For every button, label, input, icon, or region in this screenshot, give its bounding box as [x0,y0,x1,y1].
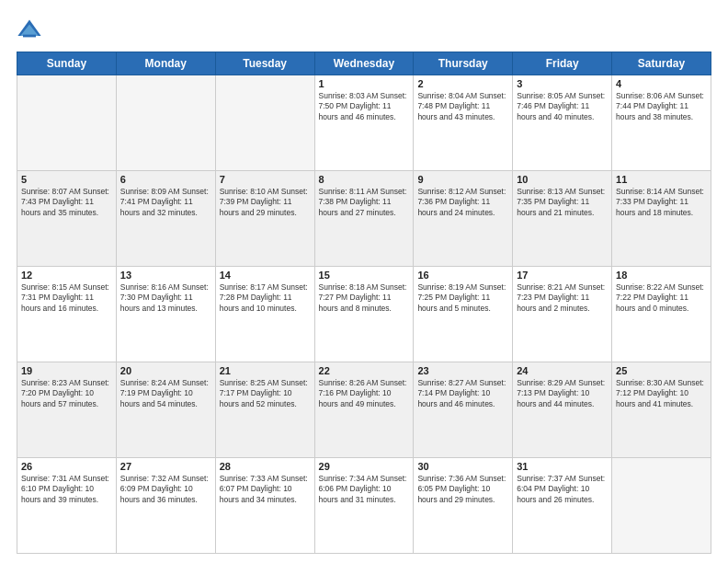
day-number: 23 [417,365,508,376]
calendar-cell: 6Sunrise: 8:09 AM Sunset: 7:41 PM Daylig… [116,171,215,267]
calendar-cell: 27Sunrise: 7:32 AM Sunset: 6:09 PM Dayli… [116,458,215,554]
day-number: 21 [220,365,311,376]
day-number: 24 [517,365,608,376]
cell-info: Sunrise: 8:14 AM Sunset: 7:33 PM Dayligh… [616,187,707,218]
cell-info: Sunrise: 8:09 AM Sunset: 7:41 PM Dayligh… [120,187,211,218]
calendar-cell: 19Sunrise: 8:23 AM Sunset: 7:20 PM Dayli… [17,362,117,458]
day-number: 12 [21,270,112,281]
day-number: 11 [616,174,707,185]
calendar-cell: 4Sunrise: 8:06 AM Sunset: 7:44 PM Daylig… [612,75,711,171]
day-number: 27 [120,461,211,472]
calendar-cell: 11Sunrise: 8:14 AM Sunset: 7:33 PM Dayli… [612,171,711,267]
calendar-cell: 30Sunrise: 7:36 AM Sunset: 6:05 PM Dayli… [414,458,513,554]
calendar-cell: 28Sunrise: 7:33 AM Sunset: 6:07 PM Dayli… [215,458,314,554]
logo [17,17,44,42]
calendar-cell [17,75,117,171]
day-number: 5 [21,174,112,185]
cell-info: Sunrise: 8:03 AM Sunset: 7:50 PM Dayligh… [319,91,410,122]
svg-rect-2 [23,35,36,38]
cell-info: Sunrise: 8:23 AM Sunset: 7:20 PM Dayligh… [21,378,112,409]
calendar-cell: 20Sunrise: 8:24 AM Sunset: 7:19 PM Dayli… [116,362,215,458]
weekday-header-tuesday: Tuesday [215,52,314,75]
calendar-cell: 18Sunrise: 8:22 AM Sunset: 7:22 PM Dayli… [612,267,711,362]
cell-info: Sunrise: 7:34 AM Sunset: 6:06 PM Dayligh… [319,474,410,505]
week-row-4: 26Sunrise: 7:31 AM Sunset: 6:10 PM Dayli… [17,458,711,554]
calendar-cell: 15Sunrise: 8:18 AM Sunset: 7:27 PM Dayli… [314,267,414,362]
day-number: 28 [220,461,311,472]
cell-info: Sunrise: 8:07 AM Sunset: 7:43 PM Dayligh… [21,187,112,218]
calendar-cell: 14Sunrise: 8:17 AM Sunset: 7:28 PM Dayli… [215,267,314,362]
calendar-cell [215,75,314,171]
day-number: 26 [21,461,112,472]
calendar-cell: 25Sunrise: 8:30 AM Sunset: 7:12 PM Dayli… [612,362,711,458]
cell-info: Sunrise: 8:21 AM Sunset: 7:23 PM Dayligh… [517,282,608,314]
calendar-cell: 26Sunrise: 7:31 AM Sunset: 6:10 PM Dayli… [17,458,117,554]
calendar-cell: 1Sunrise: 8:03 AM Sunset: 7:50 PM Daylig… [314,75,414,171]
day-number: 9 [417,174,508,185]
calendar-cell: 31Sunrise: 7:37 AM Sunset: 6:04 PM Dayli… [513,458,612,554]
cell-info: Sunrise: 8:19 AM Sunset: 7:25 PM Dayligh… [417,282,508,314]
day-number: 22 [319,365,410,376]
calendar-cell: 22Sunrise: 8:26 AM Sunset: 7:16 PM Dayli… [314,362,414,458]
cell-info: Sunrise: 8:25 AM Sunset: 7:17 PM Dayligh… [220,378,311,409]
weekday-header-sunday: Sunday [17,52,117,75]
day-number: 17 [517,270,608,281]
calendar-cell: 10Sunrise: 8:13 AM Sunset: 7:35 PM Dayli… [513,171,612,267]
week-row-2: 12Sunrise: 8:15 AM Sunset: 7:31 PM Dayli… [17,267,711,362]
calendar-cell: 2Sunrise: 8:04 AM Sunset: 7:48 PM Daylig… [414,75,513,171]
weekday-header-wednesday: Wednesday [314,52,414,75]
header [17,17,711,42]
cell-info: Sunrise: 8:12 AM Sunset: 7:36 PM Dayligh… [417,187,508,218]
cell-info: Sunrise: 7:37 AM Sunset: 6:04 PM Dayligh… [517,474,608,505]
calendar-cell: 3Sunrise: 8:05 AM Sunset: 7:46 PM Daylig… [513,75,612,171]
calendar-table: SundayMondayTuesdayWednesdayThursdayFrid… [17,52,711,554]
cell-info: Sunrise: 8:05 AM Sunset: 7:46 PM Dayligh… [517,91,608,122]
day-number: 3 [517,78,608,89]
week-row-0: 1Sunrise: 8:03 AM Sunset: 7:50 PM Daylig… [17,75,711,171]
calendar-cell: 29Sunrise: 7:34 AM Sunset: 6:06 PM Dayli… [314,458,414,554]
day-number: 1 [319,78,410,89]
weekday-header-thursday: Thursday [414,52,513,75]
calendar-cell [612,458,711,554]
cell-info: Sunrise: 8:27 AM Sunset: 7:14 PM Dayligh… [417,378,508,409]
calendar-cell: 9Sunrise: 8:12 AM Sunset: 7:36 PM Daylig… [414,171,513,267]
logo-icon [17,17,42,42]
cell-info: Sunrise: 7:33 AM Sunset: 6:07 PM Dayligh… [220,474,311,505]
calendar-cell: 5Sunrise: 8:07 AM Sunset: 7:43 PM Daylig… [17,171,117,267]
week-row-3: 19Sunrise: 8:23 AM Sunset: 7:20 PM Dayli… [17,362,711,458]
calendar-cell: 8Sunrise: 8:11 AM Sunset: 7:38 PM Daylig… [314,171,414,267]
day-number: 25 [616,365,707,376]
weekday-header-row: SundayMondayTuesdayWednesdayThursdayFrid… [17,52,711,75]
day-number: 10 [517,174,608,185]
cell-info: Sunrise: 8:16 AM Sunset: 7:30 PM Dayligh… [120,282,211,314]
cell-info: Sunrise: 8:26 AM Sunset: 7:16 PM Dayligh… [319,378,410,409]
cell-info: Sunrise: 8:24 AM Sunset: 7:19 PM Dayligh… [120,378,211,409]
week-row-1: 5Sunrise: 8:07 AM Sunset: 7:43 PM Daylig… [17,171,711,267]
calendar-cell: 16Sunrise: 8:19 AM Sunset: 7:25 PM Dayli… [414,267,513,362]
cell-info: Sunrise: 8:15 AM Sunset: 7:31 PM Dayligh… [21,282,112,314]
day-number: 8 [319,174,410,185]
day-number: 31 [517,461,608,472]
day-number: 14 [220,270,311,281]
day-number: 19 [21,365,112,376]
day-number: 30 [417,461,508,472]
cell-info: Sunrise: 8:13 AM Sunset: 7:35 PM Dayligh… [517,187,608,218]
cell-info: Sunrise: 8:17 AM Sunset: 7:28 PM Dayligh… [220,282,311,314]
cell-info: Sunrise: 8:22 AM Sunset: 7:22 PM Dayligh… [616,282,707,314]
weekday-header-saturday: Saturday [612,52,711,75]
calendar-cell: 13Sunrise: 8:16 AM Sunset: 7:30 PM Dayli… [116,267,215,362]
cell-info: Sunrise: 8:30 AM Sunset: 7:12 PM Dayligh… [616,378,707,409]
weekday-header-friday: Friday [513,52,612,75]
calendar-cell: 24Sunrise: 8:29 AM Sunset: 7:13 PM Dayli… [513,362,612,458]
day-number: 18 [616,270,707,281]
cell-info: Sunrise: 8:10 AM Sunset: 7:39 PM Dayligh… [220,187,311,218]
calendar-cell [116,75,215,171]
page: SundayMondayTuesdayWednesdayThursdayFrid… [0,0,728,563]
cell-info: Sunrise: 8:06 AM Sunset: 7:44 PM Dayligh… [616,91,707,122]
calendar-cell: 23Sunrise: 8:27 AM Sunset: 7:14 PM Dayli… [414,362,513,458]
day-number: 15 [319,270,410,281]
day-number: 13 [120,270,211,281]
day-number: 16 [417,270,508,281]
day-number: 4 [616,78,707,89]
cell-info: Sunrise: 7:36 AM Sunset: 6:05 PM Dayligh… [417,474,508,505]
